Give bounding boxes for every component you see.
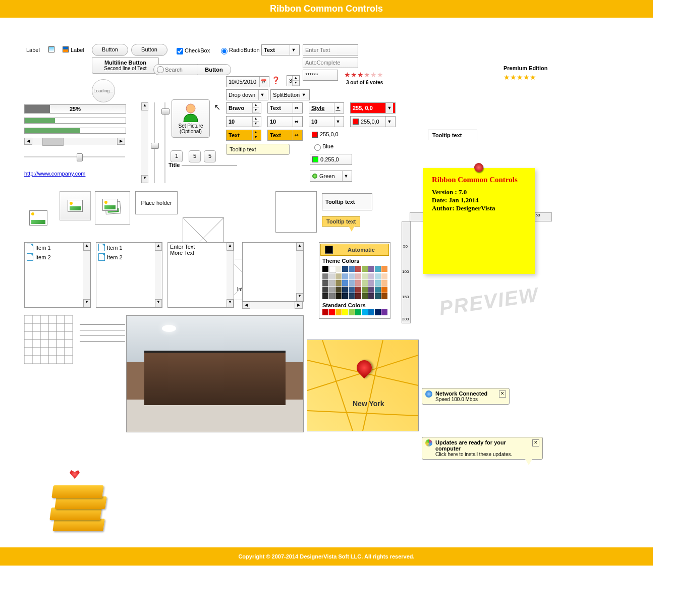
scrollbar-vertical[interactable]: ▲▼ (141, 102, 148, 183)
password-input[interactable]: ****** (303, 70, 338, 81)
star-rating[interactable]: ★★★★★★ (344, 71, 383, 79)
button[interactable]: Button (131, 44, 167, 56)
slider-vertical-ticks[interactable] (164, 102, 165, 183)
grid-combo[interactable]: Text⇔ (267, 102, 303, 114)
slider-vertical[interactable] (154, 102, 155, 183)
grid-combo[interactable]: Style▼ (309, 102, 344, 114)
scrollbar-horizontal[interactable]: ◀▶ (242, 302, 303, 309)
radio-button[interactable]: RadioButton (218, 46, 260, 54)
tooltip-balloon: Tooltip text (226, 144, 290, 155)
update-balloon[interactable]: Updates are ready for your computerClick… (422, 437, 543, 460)
notification-balloon[interactable]: Network ConnectedSpeed 100.0 Mbps ✕ (422, 388, 510, 405)
footer: Copyright © 2007-2014 DesignerVista Soft… (0, 547, 653, 566)
button[interactable]: Button (92, 44, 128, 56)
grid-combo[interactable]: 10⇔ (267, 116, 303, 127)
title-separator: Title (166, 165, 237, 172)
picture-frame-selected[interactable] (95, 191, 130, 225)
file-list[interactable]: Item 1 Item 2 ▲▼ (96, 242, 162, 308)
sticky-note: Ribbon Common Controls Version : 7.0 Dat… (423, 168, 535, 274)
standard-color-grid[interactable] (322, 309, 387, 315)
info-icon (425, 390, 432, 398)
color-combo[interactable]: 255,0,0▼ (350, 116, 396, 127)
label-text: Label (26, 47, 40, 53)
progress-bar: 25% (24, 104, 126, 114)
close-icon[interactable]: ✕ (499, 390, 506, 398)
color-radio-blue[interactable]: Blue (312, 143, 333, 151)
date-picker[interactable]: 10/05/2010📅 (226, 76, 269, 87)
map-image: New York (307, 340, 419, 431)
file-icon (27, 244, 33, 251)
file-icon (27, 253, 33, 261)
rating-text: 3 out of 6 votes (346, 80, 383, 85)
file-icon (98, 244, 105, 251)
cursor-icon: ↖ (214, 102, 220, 112)
star-rating-premium: ★★★★★ (503, 73, 536, 81)
ruler-vertical: 50 100 150 200 (402, 221, 411, 323)
scroll-panel[interactable]: ▲▼ (242, 242, 304, 302)
placeholder-box: Place holder (135, 191, 178, 214)
books-icon (50, 471, 111, 531)
page-btn[interactable]: 5 (189, 150, 201, 162)
grid-combo-highlight[interactable]: Text⇔ (267, 130, 303, 141)
map-pin-label: New York (353, 400, 384, 408)
set-picture-button[interactable]: Set Picture (Optional) (172, 99, 210, 138)
tooltip-callout: Tooltip text (322, 216, 360, 227)
premium-label: Premium Edition (503, 65, 547, 71)
grid-icon (24, 315, 73, 365)
file-list[interactable]: Item 1 Item 2 ▲▼ (24, 242, 91, 308)
color-readonly: 0,255,0 (310, 154, 352, 165)
multiline-button[interactable]: Multiline Button Second line of Text (92, 57, 159, 74)
picture-frame[interactable] (60, 191, 91, 220)
chart-icon (63, 46, 69, 52)
hyperlink[interactable]: http://www.company.com (24, 171, 85, 177)
nav-button[interactable]: Button (197, 64, 231, 75)
color-combo-green[interactable]: Green▼ (310, 171, 352, 182)
tooltip-plain: Tooltip text (322, 193, 372, 210)
close-icon[interactable]: ✕ (532, 439, 539, 446)
dropdown[interactable]: Drop down▼ (226, 89, 268, 100)
shield-icon (425, 439, 432, 446)
text-input[interactable]: Enter Text (303, 44, 358, 55)
page-btn[interactable]: 5 (204, 150, 216, 162)
page-title-bar: Ribbon Common Controls (0, 0, 653, 18)
grid-combo[interactable]: 10▲▼ (226, 116, 261, 127)
color-picker[interactable]: Automatic Theme Colors Standard Colors (319, 242, 390, 319)
progress-bar-thin (24, 118, 126, 124)
loading-spinner: Loading... (92, 79, 115, 102)
checkbox[interactable]: CheckBox (175, 46, 210, 56)
person-icon (182, 103, 199, 122)
svg-point-0 (186, 104, 195, 113)
color-option-red[interactable]: 255,0,0 (312, 131, 339, 138)
search-icon (157, 66, 164, 73)
picture-thumbnail[interactable] (29, 210, 47, 226)
grid-combo-highlight[interactable]: Text▲▼ (226, 130, 261, 141)
help-icon[interactable]: ❓ (271, 76, 280, 84)
pin-icon (474, 163, 483, 172)
text-area[interactable]: Enter TextMore Text ▲▼ (167, 242, 234, 308)
split-button[interactable]: SplitButton▼ (270, 89, 310, 100)
photo-image (126, 315, 304, 432)
number-spinner[interactable]: 3▲▼ (287, 75, 300, 86)
tooltip-tab: Tooltip text (428, 130, 477, 140)
theme-color-grid[interactable] (322, 266, 387, 299)
label-text: Label (71, 47, 84, 53)
empty-panel (275, 191, 317, 233)
circle-icon (312, 174, 317, 179)
slider[interactable] (24, 156, 125, 157)
progress-bar-thin (24, 128, 126, 134)
grid-combo[interactable]: Bravo▲▼ (226, 102, 261, 114)
scrollbar-horizontal[interactable]: ◀▶ (24, 138, 125, 145)
page-btn[interactable]: 1 (171, 150, 183, 162)
color-combo[interactable]: 255, 0,0▼ (350, 102, 396, 114)
grid-combo[interactable]: 10▼ (309, 116, 344, 127)
text-combo[interactable]: Text▼ (261, 44, 300, 55)
autocomplete-input[interactable]: AutoComplete (303, 57, 358, 68)
lines-icon (80, 319, 125, 347)
file-icon (98, 253, 105, 261)
image-icon (48, 46, 54, 52)
preview-watermark: PREVIEW (438, 283, 540, 319)
